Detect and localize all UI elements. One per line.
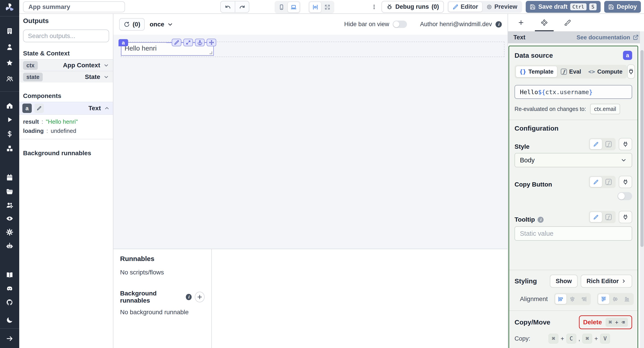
- author-info-icon[interactable]: i: [496, 21, 502, 28]
- redo-button[interactable]: [235, 1, 249, 12]
- discord-icon[interactable]: [6, 285, 14, 292]
- state-row[interactable]: state State: [19, 71, 113, 82]
- function-icon: ƒ: [561, 69, 567, 75]
- schedule-dropdown[interactable]: once: [150, 21, 173, 28]
- horizontal-alignment-group: [554, 293, 591, 305]
- mobile-view-button[interactable]: [276, 2, 288, 12]
- sidebar-item-audit-logs[interactable]: [6, 215, 14, 222]
- more-options-icon[interactable]: [370, 4, 378, 10]
- background-runnables-heading: Background runnables: [23, 150, 109, 157]
- align-left-button[interactable]: [555, 294, 567, 304]
- align-bottom-button[interactable]: [621, 294, 633, 304]
- anchor-component-button[interactable]: [195, 39, 204, 46]
- debug-runs-button[interactable]: Debug runs (0): [382, 1, 444, 13]
- output-loading[interactable]: loading : undefined: [23, 128, 109, 134]
- save-draft-button[interactable]: Save draft Ctrl S: [526, 1, 600, 13]
- show-styling-button[interactable]: Show: [550, 275, 578, 288]
- static-mode-button[interactable]: [590, 139, 602, 150]
- eval-mode-button[interactable]: ƒ: [602, 139, 615, 150]
- chevron-down-icon: [167, 21, 173, 28]
- align-center-button[interactable]: [567, 294, 578, 304]
- tab-insert-component[interactable]: [510, 14, 533, 31]
- chevron-up-icon: [104, 105, 110, 111]
- eval-mode-button[interactable]: ƒ: [602, 177, 615, 187]
- sidebar: [0, 0, 19, 348]
- connect-plug-button[interactable]: [619, 138, 632, 150]
- sidebar-item-home[interactable]: [6, 102, 14, 109]
- outputs-title: Outputs: [23, 17, 109, 24]
- sidebar-item-docs[interactable]: [6, 271, 14, 279]
- sidebar-item-variables[interactable]: [6, 130, 14, 138]
- panel-scrollbar[interactable]: [640, 31, 644, 348]
- template-expression-input[interactable]: Hello ${ctx.username}: [514, 85, 632, 99]
- resize-handle[interactable]: [210, 52, 212, 54]
- align-middle-button[interactable]: [610, 294, 621, 304]
- align-top-button[interactable]: [598, 294, 610, 304]
- windmill-logo-icon[interactable]: [5, 3, 14, 12]
- search-outputs-input[interactable]: [23, 30, 109, 42]
- sidebar-item-settings[interactable]: [6, 228, 14, 236]
- sidebar-item-runs[interactable]: [6, 116, 14, 124]
- component-header: Text See documentation: [508, 31, 644, 44]
- component-a-row[interactable]: a Text: [19, 102, 113, 115]
- desktop-view-button[interactable]: [288, 2, 300, 12]
- dark-mode-toggle-icon[interactable]: [6, 316, 14, 324]
- sidebar-item-schedules[interactable]: [6, 174, 14, 182]
- tab-component-settings[interactable]: [533, 14, 556, 31]
- hide-bar-toggle[interactable]: [393, 20, 407, 28]
- static-mode-button[interactable]: [590, 177, 602, 187]
- github-icon[interactable]: [6, 298, 14, 306]
- sidebar-item-groups[interactable]: [6, 201, 14, 209]
- sidebar-item-workspace[interactable]: [6, 27, 14, 35]
- tooltip-info-icon[interactable]: i: [538, 217, 544, 223]
- edit-component-button[interactable]: [172, 39, 181, 46]
- component-type-label: Text: [88, 105, 101, 112]
- rename-component-button[interactable]: [34, 104, 44, 113]
- sidebar-item-folders[interactable]: [6, 188, 14, 195]
- sidebar-item-favorites[interactable]: [6, 59, 14, 67]
- delete-component-button[interactable]: Delete ⌘ + ⌫: [579, 315, 632, 329]
- undo-button[interactable]: [221, 1, 235, 12]
- background-runnables-info-icon[interactable]: i: [186, 294, 192, 300]
- connect-plug-button[interactable]: [619, 211, 632, 223]
- connect-plug-button[interactable]: [627, 64, 635, 79]
- deploy-button[interactable]: Deploy: [604, 1, 641, 13]
- see-documentation-link[interactable]: See documentation: [576, 34, 639, 41]
- align-right-button[interactable]: [578, 294, 590, 304]
- compute-mode-button[interactable]: <> Compute: [585, 66, 626, 77]
- app-summary-input[interactable]: [23, 1, 125, 12]
- sidebar-item-resources[interactable]: [6, 145, 14, 152]
- rich-editor-button[interactable]: Rich Editor: [581, 275, 632, 288]
- fixed-width-button[interactable]: [309, 2, 321, 12]
- ctx-row[interactable]: ctx App Context: [19, 59, 113, 71]
- add-background-runnable-button[interactable]: [195, 292, 204, 302]
- eval-mode-button[interactable]: ƒ: [602, 212, 615, 222]
- static-mode-button[interactable]: [590, 212, 602, 222]
- scrollbar-thumb[interactable]: [640, 50, 644, 247]
- output-result[interactable]: result : "Hello henri": [23, 118, 109, 125]
- editor-tab[interactable]: Editor: [448, 2, 482, 12]
- background-runnables-title: Background runnables: [120, 290, 183, 304]
- preview-tab[interactable]: Preview: [482, 2, 521, 12]
- expand-component-button[interactable]: [183, 39, 193, 46]
- tooltip-input[interactable]: [514, 226, 632, 241]
- move-component-button[interactable]: [206, 39, 216, 46]
- sidebar-item-users[interactable]: [6, 75, 14, 82]
- expand-sidebar-icon[interactable]: [6, 335, 14, 342]
- template-mode-button[interactable]: {} Template: [516, 66, 557, 78]
- schedule-value: once: [150, 21, 164, 28]
- editor-topbar: Debug runs (0) Editor Preview Save draf: [19, 0, 644, 14]
- style-select[interactable]: Body: [514, 153, 632, 167]
- copy-button-toggle[interactable]: [618, 192, 632, 200]
- device-toggle-group: [274, 1, 300, 14]
- text-component[interactable]: Hello henri: [121, 42, 214, 56]
- sidebar-item-user[interactable]: [6, 43, 14, 51]
- eval-mode-button[interactable]: ƒ Eval: [557, 66, 585, 77]
- canvas-grid[interactable]: a Hello henri: [113, 35, 508, 249]
- refresh-app-button[interactable]: (0): [119, 18, 145, 31]
- sidebar-item-ai[interactable]: [6, 242, 14, 250]
- tab-global-styling[interactable]: [556, 14, 579, 31]
- full-width-button[interactable]: [321, 2, 334, 12]
- connect-plug-button[interactable]: [619, 176, 632, 188]
- reeval-dependency-badge[interactable]: ctx.email: [590, 104, 620, 114]
